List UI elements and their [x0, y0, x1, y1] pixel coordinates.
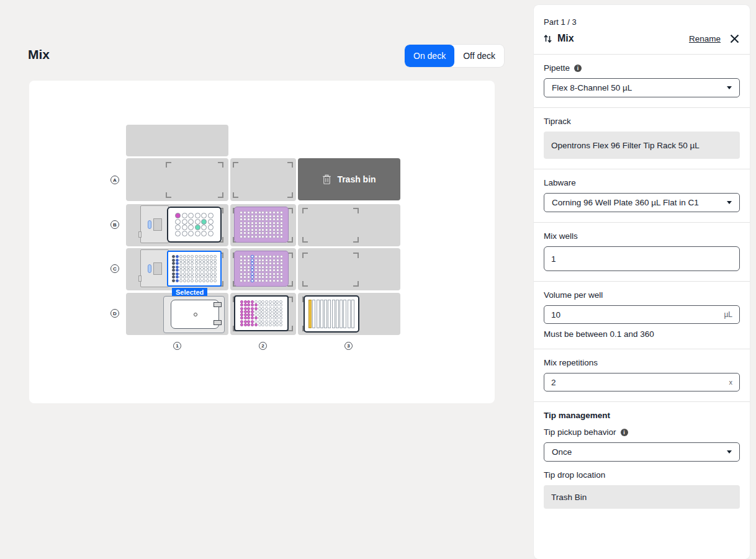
tip-pickup-value: Once	[552, 447, 572, 457]
trash-bin-label: Trash bin	[337, 174, 376, 184]
row-label-C: C	[110, 264, 119, 273]
chevron-down-icon	[727, 86, 732, 89]
labware-value: Corning 96 Well Plate 360 µL Flat in C1	[552, 198, 699, 207]
tip-drop-value: Trash Bin	[551, 493, 587, 502]
info-icon[interactable]: i	[574, 65, 582, 72]
slot-corners-C3	[302, 253, 359, 287]
chevron-down-icon	[727, 450, 732, 454]
on-deck-tab[interactable]: On deck	[405, 45, 454, 67]
step-header: Part 1 / 3 Mix Rename	[534, 5, 750, 54]
mix-wells-value: 1	[551, 254, 556, 264]
tip-drop-field: Trash Bin	[544, 485, 740, 509]
info-icon[interactable]: i	[621, 429, 628, 436]
mix-wells-section: Mix wells 1	[534, 222, 750, 281]
deck-view-toggle: On deck Off deck	[405, 45, 504, 67]
column-label-2: 2	[259, 342, 267, 350]
volume-section: Volume per well 10 µL Must be between 0.…	[534, 281, 750, 349]
temperature-module-C1	[140, 249, 169, 287]
volume-helper-text: Must be between 0.1 and 360	[544, 329, 740, 339]
labware-label: Labware	[544, 178, 576, 187]
latch-icon	[214, 320, 222, 325]
labware-96-well-plate-B2[interactable]	[234, 207, 289, 243]
repetitions-input[interactable]: 2 x	[544, 373, 740, 391]
labware-96-well-plate-C1-selected[interactable]	[167, 251, 222, 287]
pipette-label: Pipette	[544, 63, 570, 73]
pipette-section: Pipette i Flex 8-Channel 50 µL	[534, 54, 750, 107]
module-block	[153, 218, 162, 231]
rename-link[interactable]: Rename	[689, 34, 721, 43]
trash-bin-slot: Trash bin	[298, 158, 400, 200]
pipette-value: Flex 8-Channel 50 µL	[552, 83, 632, 92]
labware-96-well-plate-C2[interactable]	[234, 251, 289, 287]
row-label-A: A	[110, 176, 119, 184]
slot-corners-A1	[166, 162, 223, 198]
tiprack-label: Tiprack	[544, 117, 571, 126]
tiprack-field: Opentrons Flex 96 Filter Tip Rack 50 µL	[544, 132, 740, 159]
temperature-module-B1	[140, 205, 169, 243]
labware-24-well-plate-B1[interactable]	[167, 207, 222, 243]
labware-12-channel-reservoir-D3[interactable]	[304, 295, 359, 333]
close-icon[interactable]	[729, 34, 740, 44]
module-block	[153, 262, 162, 275]
tip-drop-label: Tip drop location	[544, 470, 605, 480]
tip-management-heading: Tip management	[544, 411, 740, 420]
column-label-3: 3	[344, 342, 353, 350]
module-led	[148, 264, 151, 273]
labware-section: Labware Corning 96 Well Plate 360 µL Fla…	[534, 169, 750, 222]
volume-input[interactable]: 10 µL	[544, 305, 740, 324]
module-led	[148, 220, 151, 229]
latch-icon	[214, 302, 222, 307]
mix-wells-input[interactable]: 1	[544, 246, 740, 271]
row-label-B: B	[110, 220, 119, 229]
mix-wells-label: Mix wells	[544, 231, 578, 241]
slot-corners-A2	[233, 162, 293, 198]
volume-unit: µL	[724, 310, 732, 319]
tiprack-section: Tiprack Opentrons Flex 96 Filter Tip Rac…	[534, 107, 750, 169]
off-deck-tab[interactable]: Off deck	[454, 45, 504, 67]
tip-pickup-label: Tip pickup behavior	[544, 427, 616, 437]
deck-map: Trash bin Selected A B C	[29, 81, 495, 403]
page-title: Mix	[28, 47, 50, 62]
repetitions-value: 2	[551, 378, 556, 387]
volume-label: Volume per well	[544, 290, 603, 300]
tip-pickup-dropdown[interactable]: Once	[544, 442, 740, 462]
module-tab	[138, 275, 142, 282]
repetitions-unit: x	[729, 378, 733, 386]
reorder-icon	[544, 34, 552, 43]
step-title: Mix	[557, 33, 574, 44]
labware-dropdown[interactable]: Corning 96 Well Plate 360 µL Flat in C1	[544, 193, 740, 212]
trash-icon	[322, 174, 331, 185]
step-part-indicator: Part 1 / 3	[544, 17, 740, 27]
row-label-D: D	[110, 309, 119, 318]
repetitions-label: Mix repetitions	[544, 358, 598, 367]
tiprack-value: Opentrons Flex 96 Filter Tip Rack 50 µL	[551, 141, 700, 150]
repetitions-section: Mix repetitions 2 x	[534, 349, 750, 401]
deck-staging-area	[126, 125, 228, 156]
module-tab	[138, 231, 142, 238]
step-form-panel: Part 1 / 3 Mix Rename	[534, 5, 750, 559]
plate-center-mark	[194, 313, 197, 316]
tip-management-section: Tip management Tip pickup behavior i Onc…	[534, 401, 750, 519]
chevron-down-icon	[727, 201, 732, 204]
volume-value: 10	[551, 310, 560, 320]
labware-96-well-plate-D2[interactable]	[234, 295, 289, 331]
column-label-1: 1	[173, 342, 181, 350]
slot-corners-B3	[302, 208, 359, 243]
pipette-dropdown[interactable]: Flex 8-Channel 50 µL	[544, 78, 740, 97]
